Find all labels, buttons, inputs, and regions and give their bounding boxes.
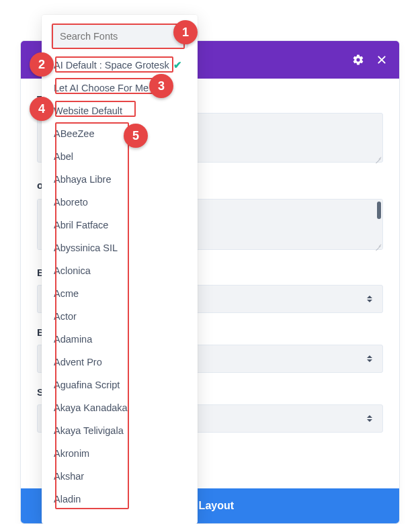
font-option[interactable]: Abril Fatface	[42, 214, 198, 236]
font-option[interactable]: Abhaya Libre	[42, 168, 198, 191]
font-option[interactable]: Aguafina Script	[42, 374, 198, 396]
font-option-label: Akaya Kanadaka	[54, 402, 128, 413]
font-option[interactable]: Let AI Choose For Me	[42, 77, 198, 99]
font-option-label: Akaya Telivigala	[54, 425, 124, 436]
close-icon[interactable]	[376, 54, 387, 65]
font-option-label: Website Default	[54, 105, 122, 116]
font-option-label: Abyssinica SIL	[54, 243, 118, 253]
font-option[interactable]: Aboreto	[42, 191, 198, 214]
font-option-label: Acme	[54, 288, 79, 299]
resize-handle[interactable]	[374, 243, 382, 251]
font-option-label: Adamina	[54, 334, 92, 345]
font-option[interactable]: Adamina	[42, 328, 198, 351]
font-option[interactable]: Akshar	[42, 465, 198, 488]
font-option[interactable]: Acme	[42, 282, 198, 305]
font-option-label: Abel	[54, 151, 73, 162]
font-option-label: Advent Pro	[54, 357, 102, 367]
font-option-label: Aclonica	[54, 265, 91, 276]
font-option-list: AI Default : Space Grotesk✔Let AI Choose…	[42, 54, 198, 511]
font-option[interactable]: Advent Pro	[42, 351, 198, 374]
chevron-sort-icon	[366, 355, 373, 362]
font-option[interactable]: Akronim	[42, 442, 198, 465]
font-option-label: Aguafina Script	[54, 380, 120, 390]
gear-icon[interactable]	[352, 54, 364, 66]
chevron-sort-icon	[366, 296, 373, 302]
font-option[interactable]: Abel	[42, 145, 198, 168]
check-icon: ✔	[173, 60, 182, 71]
font-option[interactable]: Abyssinica SIL	[42, 236, 198, 259]
font-option-label: Abhaya Libre	[54, 174, 111, 185]
font-option[interactable]: Aladin	[42, 488, 198, 511]
scrollbar-thumb[interactable]	[377, 202, 381, 219]
font-option-label: Aboreto	[54, 197, 88, 208]
font-search-input[interactable]	[51, 24, 188, 48]
font-option[interactable]: Aclonica	[42, 259, 198, 282]
font-dropdown: AI Default : Space Grotesk✔Let AI Choose…	[42, 15, 198, 524]
font-option[interactable]: ABeeZee	[42, 122, 198, 145]
font-option[interactable]: Akaya Telivigala	[42, 419, 198, 442]
font-option-label: Actor	[54, 311, 77, 322]
font-option-label: Akronim	[54, 448, 89, 459]
resize-handle[interactable]	[374, 155, 382, 163]
font-option[interactable]: Website Default	[42, 99, 198, 122]
font-option[interactable]: Actor	[42, 305, 198, 328]
font-option[interactable]: AI Default : Space Grotesk✔	[42, 54, 198, 77]
chevron-sort-icon	[366, 415, 373, 422]
font-option-label: Aladin	[54, 494, 81, 505]
font-option-label: Let AI Choose For Me	[54, 83, 149, 93]
font-option-label: Abril Fatface	[54, 220, 108, 230]
font-option-label: AI Default : Space Grotesk	[54, 60, 169, 71]
font-option[interactable]: Akaya Kanadaka	[42, 396, 198, 419]
font-option-label: ABeeZee	[54, 128, 94, 139]
font-option-label: Akshar	[54, 471, 84, 482]
